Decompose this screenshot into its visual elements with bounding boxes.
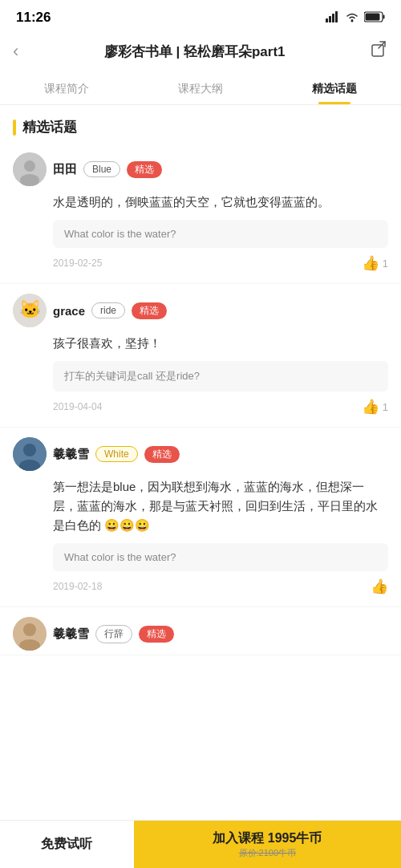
thumbs-up-icon: 👍: [362, 254, 379, 272]
svg-rect-2: [332, 14, 334, 22]
join-course-button[interactable]: 加入课程 1995牛币 原价:2100牛币: [134, 821, 401, 868]
signal-icon: [326, 11, 340, 25]
tab-outline[interactable]: 课程大纲: [134, 74, 268, 104]
status-icons: [326, 11, 385, 25]
comment-date: 2019-04-04: [53, 401, 102, 412]
like-count: 1: [383, 401, 388, 413]
comment-badge: 精选: [132, 302, 167, 319]
bottom-bar: 免费试听 加入课程 1995牛币 原价:2100牛币: [0, 820, 401, 868]
avatar: [13, 617, 47, 651]
tabs-bar: 课程简介 课程大纲 精选话题: [0, 74, 401, 105]
like-button[interactable]: 👍: [371, 578, 388, 595]
tab-intro[interactable]: 课程简介: [0, 74, 134, 104]
comment-card: 田田 Blue 精选 水是透明的，倒映蓝蓝的天空，它就也变得蓝蓝的。 What …: [0, 143, 401, 284]
comment-header: 羲羲雪 White 精选: [13, 437, 388, 471]
battery-icon: [364, 11, 385, 25]
comment-body: 水是透明的，倒映蓝蓝的天空，它就也变得蓝蓝的。: [13, 193, 388, 212]
header: ‹ 廖彩杏书单 | 轻松磨耳朵part1: [0, 30, 401, 74]
section-title: 精选话题: [0, 105, 401, 143]
comment-header: 田田 Blue 精选: [13, 152, 388, 186]
comment-card: 🐱 grace ride 精选 孩子很喜欢，坚持！ 打车的关键词是call 还是…: [0, 284, 401, 428]
svg-point-15: [23, 444, 36, 456]
comment-badge: 精选: [127, 161, 162, 178]
comment-question: What color is the water?: [53, 543, 388, 571]
svg-point-4: [351, 19, 354, 22]
comment-date: 2019-02-18: [53, 581, 102, 592]
comment-question: What color is the water?: [53, 220, 388, 248]
svg-rect-8: [372, 45, 383, 56]
svg-rect-0: [326, 18, 328, 22]
comment-username: 羲羲雪: [53, 447, 89, 462]
comment-header: 羲羲雪 行辞 精选: [13, 617, 388, 651]
status-bar: 11:26: [0, 0, 401, 30]
comment-body: 孩子很喜欢，坚持！: [13, 334, 388, 353]
svg-rect-1: [329, 16, 331, 22]
avatar: [13, 152, 47, 186]
back-button[interactable]: ‹: [13, 38, 25, 65]
comment-tag: 行辞: [95, 625, 132, 643]
status-time: 11:26: [16, 10, 51, 26]
wifi-icon: [345, 11, 359, 25]
comment-tag: White: [95, 446, 138, 462]
comment-card: 羲羲雪 White 精选 第一想法是blue，因为联想到海水，蓝蓝的海水，但想深…: [0, 428, 401, 607]
comment-username: 羲羲雪: [53, 627, 89, 642]
comment-footer: 2019-02-18 👍: [13, 578, 388, 595]
svg-text:🐱: 🐱: [19, 298, 42, 320]
like-button[interactable]: 👍 1: [362, 254, 388, 272]
thumbs-up-icon: 👍: [371, 578, 388, 595]
comment-badge: 精选: [144, 446, 180, 463]
svg-rect-6: [366, 13, 380, 20]
comment-footer: 2019-04-04 👍 1: [13, 398, 388, 416]
thumbs-up-icon: 👍: [362, 398, 379, 416]
avatar: [13, 437, 47, 471]
svg-point-18: [23, 623, 36, 636]
comment-date: 2019-02-25: [53, 258, 102, 269]
comment-footer: 2019-02-25 👍 1: [13, 254, 388, 272]
comment-tag: ride: [91, 302, 125, 318]
avatar: 🐱: [13, 294, 47, 327]
comment-tag: Blue: [83, 161, 120, 177]
join-course-label: 加入课程 1995牛币: [213, 830, 322, 847]
section-title-bar: [13, 120, 16, 136]
comment-question: 打车的关键词是call 还是ride?: [53, 361, 388, 391]
comment-body: 第一想法是blue，因为联想到海水，蓝蓝的海水，但想深一层，蓝蓝的海水，那是与蓝…: [13, 477, 388, 535]
comment-username: 田田: [53, 162, 77, 177]
page-title: 廖彩杏书单 | 轻松磨耳朵part1: [25, 43, 364, 61]
original-price-label: 原价:2100牛币: [239, 847, 297, 859]
comment-username: grace: [53, 304, 85, 318]
free-trial-button[interactable]: 免费试听: [0, 821, 134, 868]
comment-header: 🐱 grace ride 精选: [13, 294, 388, 327]
svg-rect-7: [383, 14, 385, 18]
comment-card-partial: 羲羲雪 行辞 精选: [0, 607, 401, 655]
svg-rect-3: [335, 11, 338, 22]
comment-badge: 精选: [139, 626, 174, 643]
tab-topics[interactable]: 精选话题: [267, 74, 401, 104]
like-button[interactable]: 👍 1: [362, 398, 388, 416]
svg-point-10: [24, 160, 35, 172]
share-button[interactable]: [364, 37, 388, 66]
like-count: 1: [383, 258, 388, 270]
